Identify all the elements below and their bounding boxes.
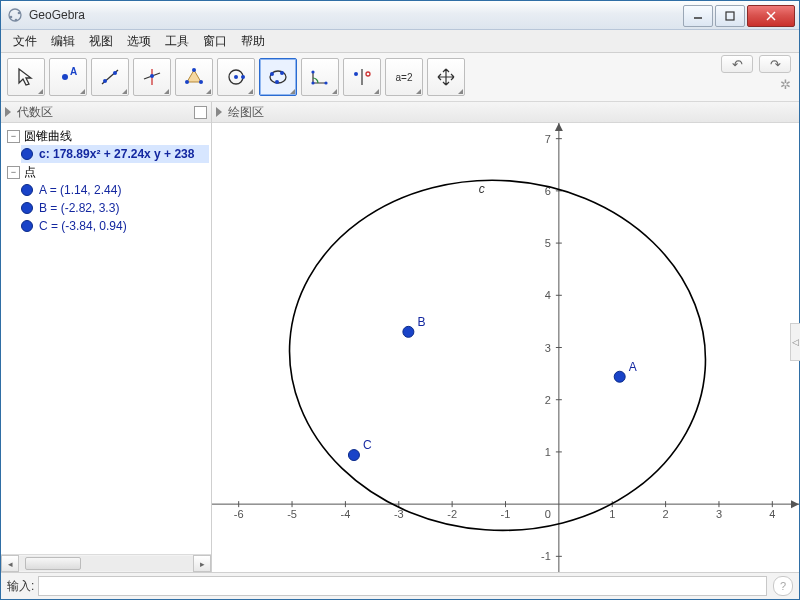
menu-view[interactable]: 视图 xyxy=(83,31,119,52)
dropdown-indicator-icon xyxy=(290,89,295,94)
app-icon xyxy=(7,7,23,23)
tree-node-conic[interactable]: −圆锥曲线 xyxy=(3,127,209,145)
svg-point-11 xyxy=(103,79,107,83)
graphics-svg[interactable]: -6-5-4-3-2-11234-112345670cABC xyxy=(212,123,799,572)
settings-icon[interactable]: ✲ xyxy=(780,77,791,92)
menu-file[interactable]: 文件 xyxy=(7,31,43,52)
slider-label: a=2 xyxy=(396,72,413,83)
svg-text:1: 1 xyxy=(545,446,551,458)
tool-line[interactable] xyxy=(91,58,129,96)
tree-toggle-icon[interactable]: − xyxy=(7,166,20,179)
svg-point-80 xyxy=(348,450,359,461)
menu-options[interactable]: 选项 xyxy=(121,31,157,52)
svg-point-15 xyxy=(150,74,154,78)
dropdown-indicator-icon xyxy=(38,89,43,94)
svg-text:5: 5 xyxy=(545,237,551,249)
side-handle[interactable]: ◁ xyxy=(790,323,800,361)
tree-item-c-point[interactable]: C = (-3.84, 0.94) xyxy=(21,217,209,235)
tool-ellipse[interactable] xyxy=(259,58,297,96)
svg-point-25 xyxy=(280,71,284,75)
conic-header-label: 圆锥曲线 xyxy=(24,128,72,145)
dropdown-indicator-icon xyxy=(332,89,337,94)
menu-help[interactable]: 帮助 xyxy=(235,31,271,52)
svg-text:-5: -5 xyxy=(287,508,297,520)
dropdown-indicator-icon xyxy=(164,89,169,94)
scroll-left-button[interactable]: ◂ xyxy=(1,555,19,572)
redo-button[interactable]: ↷ xyxy=(759,55,791,73)
svg-text:7: 7 xyxy=(545,133,551,145)
graphics-title: 绘图区 xyxy=(228,104,264,121)
svg-point-76 xyxy=(614,371,625,382)
tool-perpendicular[interactable] xyxy=(133,58,171,96)
graphics-canvas[interactable]: -6-5-4-3-2-11234-112345670cABC ◁ xyxy=(212,123,799,572)
algebra-header[interactable]: 代数区 xyxy=(1,102,211,123)
svg-text:B: B xyxy=(417,315,425,329)
algebra-title: 代数区 xyxy=(17,104,53,121)
visibility-dot-icon[interactable] xyxy=(21,220,33,232)
visibility-dot-icon[interactable] xyxy=(21,202,33,214)
tool-slider[interactable]: a=2 xyxy=(385,58,423,96)
tool-angle[interactable] xyxy=(301,58,339,96)
tree-toggle-icon[interactable]: − xyxy=(7,130,20,143)
svg-point-28 xyxy=(311,81,314,84)
visibility-dot-icon[interactable] xyxy=(21,184,33,196)
close-button[interactable] xyxy=(747,5,795,27)
graphics-header[interactable]: 绘图区 xyxy=(212,102,799,123)
svg-text:-4: -4 xyxy=(341,508,351,520)
algebra-tree[interactable]: −圆锥曲线 c: 178.89x² + 27.24x y + 238 −点 A … xyxy=(1,123,211,554)
svg-point-26 xyxy=(275,80,279,84)
menu-tools[interactable]: 工具 xyxy=(159,31,195,52)
svg-point-2 xyxy=(18,12,21,15)
svg-text:C: C xyxy=(363,438,372,452)
app-window: GeoGebra 文件 编辑 视图 选项 工具 窗口 帮助 A a=2 ↶ ↷ xyxy=(0,0,800,600)
dropdown-indicator-icon xyxy=(248,89,253,94)
svg-rect-5 xyxy=(726,12,734,20)
tree-item-a[interactable]: A = (1.14, 2.44) xyxy=(21,181,209,199)
point-b-label: B = (-2.82, 3.3) xyxy=(39,201,119,215)
svg-point-22 xyxy=(241,75,245,79)
visibility-dot-icon[interactable] xyxy=(21,148,33,160)
svg-point-3 xyxy=(15,19,18,22)
svg-text:-1: -1 xyxy=(501,508,511,520)
tree-item-b[interactable]: B = (-2.82, 3.3) xyxy=(21,199,209,217)
svg-text:0: 0 xyxy=(545,508,551,520)
svg-point-1 xyxy=(10,16,13,19)
tool-circle[interactable] xyxy=(217,58,255,96)
svg-point-17 xyxy=(192,68,196,72)
svg-marker-35 xyxy=(791,500,799,508)
collapse-icon xyxy=(5,107,11,117)
algebra-pane: 代数区 −圆锥曲线 c: 178.89x² + 27.24x y + 238 −… xyxy=(1,102,212,572)
undo-button[interactable]: ↶ xyxy=(721,55,753,73)
svg-point-78 xyxy=(403,326,414,337)
menu-edit[interactable]: 编辑 xyxy=(45,31,81,52)
scroll-thumb[interactable] xyxy=(25,557,81,570)
svg-text:4: 4 xyxy=(769,508,775,520)
conic-item-label: c: 178.89x² + 27.24x y + 238 xyxy=(39,147,194,161)
scroll-track[interactable] xyxy=(19,556,193,571)
toolbar: A a=2 ↶ ↷ ✲ xyxy=(1,53,799,102)
svg-point-12 xyxy=(113,71,117,75)
maximize-button[interactable] xyxy=(715,5,745,27)
svg-text:2: 2 xyxy=(545,394,551,406)
tool-polygon[interactable] xyxy=(175,58,213,96)
tool-point[interactable]: A xyxy=(49,58,87,96)
help-icon[interactable]: ? xyxy=(773,576,793,596)
tree-item-c[interactable]: c: 178.89x² + 27.24x y + 238 xyxy=(21,145,209,163)
menu-window[interactable]: 窗口 xyxy=(197,31,233,52)
scroll-right-button[interactable]: ▸ xyxy=(193,555,211,572)
svg-point-8 xyxy=(62,74,68,80)
tool-move-view[interactable] xyxy=(427,58,465,96)
tool-reflect[interactable] xyxy=(343,58,381,96)
pane-close-icon[interactable] xyxy=(194,106,207,119)
algebra-hscrollbar[interactable]: ◂ ▸ xyxy=(1,554,211,572)
titlebar[interactable]: GeoGebra xyxy=(1,1,799,30)
minimize-button[interactable] xyxy=(683,5,713,27)
svg-text:-2: -2 xyxy=(447,508,457,520)
dropdown-indicator-icon xyxy=(122,89,127,94)
tree-node-points[interactable]: −点 xyxy=(3,163,209,181)
command-input[interactable] xyxy=(38,576,767,596)
point-a-label: A = (1.14, 2.44) xyxy=(39,183,121,197)
svg-point-24 xyxy=(270,72,274,76)
input-bar: 输入: ? xyxy=(1,572,799,599)
tool-move[interactable] xyxy=(7,58,45,96)
